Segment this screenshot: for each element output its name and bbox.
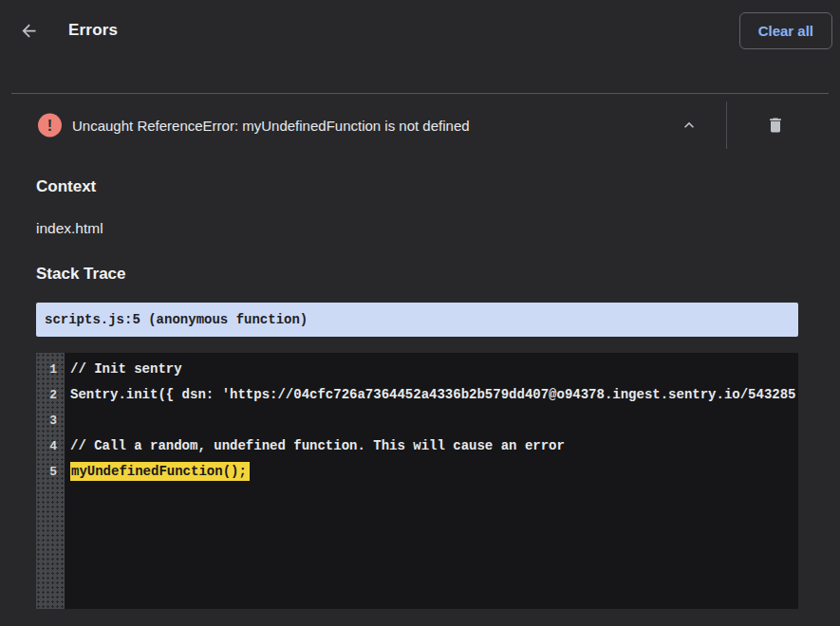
delete-error-button[interactable] bbox=[758, 108, 793, 142]
chevron-up-icon bbox=[680, 116, 699, 135]
stack-frame-label: scripts.js:5 (anonymous function) bbox=[36, 312, 308, 327]
code-line: Sentry.init({ dsn: 'https://04cfc726a736… bbox=[70, 382, 798, 408]
clear-all-button[interactable]: Clear all bbox=[739, 12, 832, 49]
code-line: myUndefinedFunction(); bbox=[70, 459, 798, 485]
back-button[interactable] bbox=[11, 13, 46, 47]
code-line: // Init sentry bbox=[70, 357, 798, 382]
line-number: 1 bbox=[36, 357, 65, 382]
error-row: ! Uncaught ReferenceError: myUndefinedFu… bbox=[0, 101, 840, 149]
header: Errors Clear all bbox=[15, 11, 832, 49]
collapse-button[interactable] bbox=[672, 108, 706, 142]
code-line bbox=[70, 408, 798, 433]
line-number: 2 bbox=[36, 382, 65, 408]
stack-frame-bar[interactable]: scripts.js:5 (anonymous function) bbox=[36, 303, 798, 337]
line-number: 5 bbox=[36, 459, 65, 485]
code-gutter: 12345 bbox=[36, 353, 65, 609]
header-divider bbox=[11, 93, 829, 94]
code-line: // Call a random, undefined function. Th… bbox=[70, 433, 798, 459]
page-title: Errors bbox=[68, 21, 118, 40]
error-message: Uncaught ReferenceError: myUndefinedFunc… bbox=[72, 118, 470, 134]
code-block: 12345 // Init sentrySentry.init({ dsn: '… bbox=[36, 353, 798, 609]
context-heading: Context bbox=[36, 177, 96, 196]
stack-trace-heading: Stack Trace bbox=[36, 265, 126, 284]
arrow-left-icon bbox=[19, 21, 39, 41]
vertical-divider bbox=[726, 101, 727, 149]
line-number: 3 bbox=[36, 408, 65, 433]
error-icon: ! bbox=[38, 114, 62, 138]
code-lines: // Init sentrySentry.init({ dsn: 'https:… bbox=[65, 353, 798, 609]
context-value: index.html bbox=[36, 220, 103, 237]
line-number: 4 bbox=[36, 433, 65, 459]
trash-icon bbox=[766, 116, 785, 135]
